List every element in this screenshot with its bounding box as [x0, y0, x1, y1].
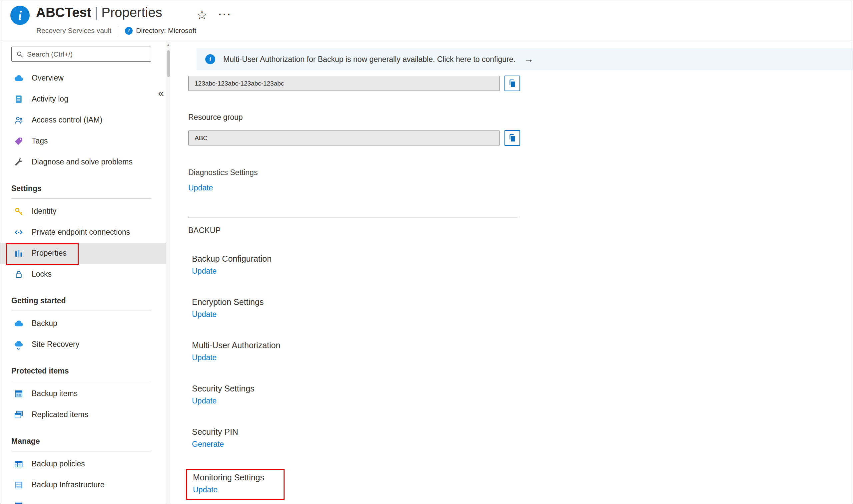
security-settings-update-link[interactable]: Update [192, 395, 216, 407]
sidebar-item-backup-items[interactable]: Backup items [0, 383, 166, 404]
banner-message: Multi-User Authorization for Backup is n… [223, 55, 516, 64]
azure-portal-page: i ABCTest|Properties ☆ ⋯ Recovery Servic… [0, 0, 853, 504]
sidebar-section-settings: Settings [0, 173, 166, 198]
sidebar-item-label: Access control (IAM) [32, 115, 102, 125]
search-box[interactable] [11, 47, 151, 61]
backup-infrastructure-icon [14, 480, 24, 490]
favorite-star-icon[interactable]: ☆ [196, 8, 208, 22]
section-divider [188, 217, 518, 217]
sidebar-item-locks[interactable]: Locks [0, 264, 166, 285]
sidebar-item-private-endpoint-connections[interactable]: Private endpoint connections [0, 222, 166, 243]
page-title: ABCTest|Properties [36, 5, 162, 20]
title-separator: | [94, 5, 98, 20]
sidebar-section-manage: Manage [0, 425, 166, 451]
sidebar-item-overview[interactable]: Overview [0, 68, 166, 89]
sidebar-item-access-control[interactable]: Access control (IAM) [0, 109, 166, 130]
wrench-icon [14, 157, 24, 167]
security-pin-generate-link[interactable]: Generate [192, 438, 224, 450]
monitoring-settings-update-link[interactable]: Update [193, 483, 217, 496]
directory-label: Directory: Microsoft [136, 26, 196, 35]
info-icon: i [205, 54, 215, 64]
sidebar-divider [11, 451, 151, 451]
copy-button[interactable] [504, 130, 520, 146]
vault-id-field-row [188, 76, 520, 91]
overview-icon [14, 73, 24, 83]
resource-name: ABCTest [36, 5, 91, 20]
sidebar-item-label: Properties [32, 249, 67, 258]
resource-menu-sidebar: « Overview Activity log Access control (… [0, 41, 166, 504]
sidebar-item-label: Backup policies [32, 460, 85, 468]
sidebar-divider [11, 381, 151, 381]
vault-id-input[interactable] [188, 76, 500, 91]
resource-group-label: Resource group [188, 113, 243, 122]
identity-key-icon [14, 206, 24, 216]
sidebar-search-row [11, 47, 166, 61]
sidebar-item-label: Replicated items [32, 410, 88, 419]
access-control-icon [14, 115, 24, 125]
setting-label: Encryption Settings [192, 296, 284, 308]
subtitle-divider [118, 26, 118, 35]
sidebar-nav: Overview Activity log Access control (IA… [0, 68, 166, 504]
setting-label: Monitoring Settings [193, 471, 264, 483]
sidebar-divider [11, 198, 151, 199]
header-subtitle: Recovery Services vault i Directory: Mic… [36, 26, 196, 35]
properties-icon [14, 248, 24, 258]
resource-type-label: Recovery Services vault [36, 26, 111, 35]
sidebar-item-identity[interactable]: Identity [0, 201, 166, 222]
sidebar-item-properties[interactable]: Properties [0, 243, 166, 264]
sidebar-item-label: Private endpoint connections [32, 228, 130, 237]
notification-banner[interactable]: i Multi-User Authorization for Backup is… [196, 48, 853, 70]
resource-group-input[interactable] [188, 130, 500, 145]
more-options-icon[interactable]: ⋯ [217, 6, 231, 22]
page-header: i ABCTest|Properties ☆ ⋯ Recovery Servic… [0, 0, 853, 41]
sidebar-item-replicated-items[interactable]: Replicated items [0, 404, 166, 425]
sidebar-item-label: Diagnose and solve problems [32, 158, 133, 166]
scrollbar-up-arrow-icon[interactable]: ▲ [166, 41, 170, 49]
sidebar-item-site-recovery[interactable]: Site Recovery [0, 334, 166, 355]
encryption-settings-update-link[interactable]: Update [192, 308, 216, 321]
copy-icon [507, 78, 518, 89]
sidebar-item-backup[interactable]: Backup [0, 313, 166, 334]
sidebar-item-partial[interactable] [0, 496, 166, 504]
backup-section-header: BACKUP [188, 226, 221, 235]
copy-button[interactable] [504, 76, 520, 91]
sidebar-item-label: Tags [32, 137, 48, 145]
backup-settings-list: Backup Configuration Update Encryption S… [192, 253, 284, 504]
diagnostics-update-link[interactable]: Update [188, 183, 213, 193]
sidebar-item-backup-policies[interactable]: Backup policies [0, 453, 166, 474]
arrow-right-icon[interactable]: → [524, 54, 534, 65]
activity-log-icon [14, 94, 24, 104]
sidebar-item-label: Locks [32, 270, 52, 278]
sidebar-item-backup-infrastructure[interactable]: Backup Infrastructure [0, 474, 166, 496]
lock-icon [14, 269, 24, 279]
sidebar-item-tags[interactable]: Tags [0, 130, 166, 151]
setting-label: Security PIN [192, 426, 284, 438]
backup-cloud-icon [14, 319, 24, 328]
site-recovery-cloud-icon [14, 340, 24, 349]
partial-item-icon [14, 501, 24, 504]
search-icon [16, 50, 24, 58]
monitoring-settings-item-highlighted: Monitoring Settings Update [186, 469, 284, 500]
backup-policies-icon [14, 459, 24, 469]
sidebar-item-label: Backup items [32, 389, 77, 398]
properties-pane: i Multi-User Authorization for Backup is… [170, 41, 853, 504]
sidebar-item-diagnose[interactable]: Diagnose and solve problems [0, 151, 166, 173]
backup-configuration-item: Backup Configuration Update [192, 253, 284, 277]
security-settings-item: Security Settings Update [192, 382, 284, 407]
resource-group-field-row [188, 130, 520, 146]
sidebar-item-activity-log[interactable]: Activity log [0, 89, 166, 109]
sidebar-item-label: Overview [32, 74, 64, 83]
setting-label: Backup Configuration [192, 253, 284, 265]
private-endpoint-icon [14, 227, 24, 237]
page-name: Properties [101, 5, 162, 20]
multi-user-authorization-update-link[interactable]: Update [192, 351, 216, 364]
vertical-scrollbar[interactable]: ▲ [166, 41, 170, 504]
security-pin-item: Security PIN Generate [192, 426, 284, 450]
sidebar-section-protected-items: Protected items [0, 355, 166, 381]
setting-label: Security Settings [192, 382, 284, 395]
search-input[interactable] [27, 50, 147, 58]
recovery-services-vault-icon: i [10, 6, 30, 25]
tags-icon [14, 136, 24, 146]
backup-configuration-update-link[interactable]: Update [192, 265, 216, 277]
scrollbar-thumb[interactable] [167, 50, 170, 77]
